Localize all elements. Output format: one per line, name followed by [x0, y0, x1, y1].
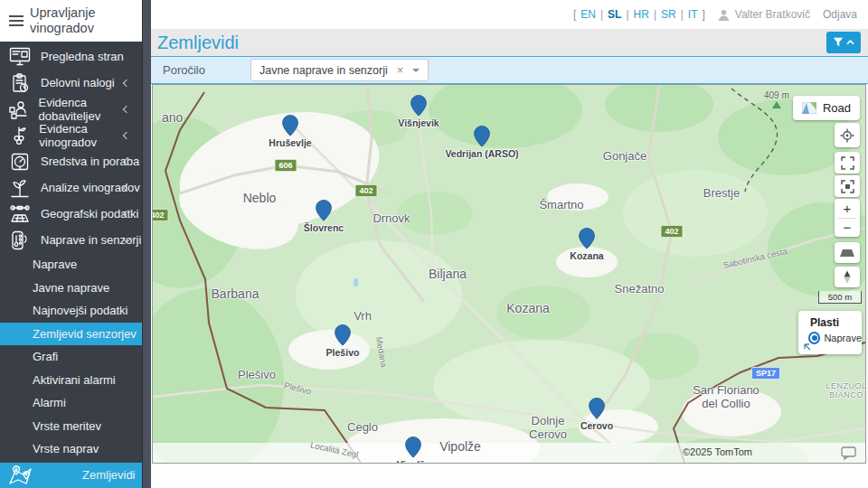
road-shield-402: 402: [354, 184, 377, 197]
place-label-vrh: Vrh: [354, 309, 372, 323]
topbar: [EN|SL|HR|SR|IT] Valter Bratkovič Odjava: [150, 0, 868, 29]
sidebar-item-alarmi[interactable]: Alarmi: [0, 391, 142, 415]
map-canvas[interactable]: 409 m Road: [152, 84, 866, 464]
sidebar-item-geografski-podatki[interactable]: Geografski podatki: [0, 201, 142, 227]
chevron-left-icon: [123, 79, 130, 86]
layer-option-naprave[interactable]: Naprave: [808, 332, 862, 344]
sidebar-item-label: Pregledna stran: [41, 50, 124, 63]
language-hr[interactable]: HR: [634, 8, 649, 21]
filter-toggle-button[interactable]: [826, 32, 861, 53]
place-label-biljana: Biljana: [429, 267, 467, 281]
collapse-arrow-icon[interactable]: [803, 343, 812, 352]
map-marker-cerovo[interactable]: Cerovo: [589, 398, 605, 423]
chevron-up-icon: [846, 39, 854, 46]
language-separator: |: [654, 8, 656, 21]
zoom-out-button[interactable]: −: [835, 219, 860, 238]
language-sl[interactable]: SL: [608, 8, 621, 21]
sidebar-item-zemljevid-senzorjev[interactable]: Zemljevid senzorjev: [0, 323, 142, 346]
sidebar-item-vrste-meritev[interactable]: Vrste meritev: [0, 415, 142, 438]
sidebar-item-sredstva-in-poraba[interactable]: Sredstva in poraba: [0, 148, 142, 174]
fit-bounds-button[interactable]: [835, 175, 860, 197]
filter-bar: Poročilo Javne naprave in senzorji ×: [150, 56, 868, 84]
suppliers-icon: [7, 99, 31, 120]
compass-button[interactable]: [835, 267, 860, 287]
map-marker-hrusevlje[interactable]: Hruševlje: [282, 115, 298, 140]
3d-buildings-button[interactable]: [835, 242, 860, 263]
place-label-kozana: Kozana: [506, 301, 549, 315]
sidebar-item-label: Javne naprave: [33, 281, 109, 295]
user-name: Valter Bratkovič: [735, 8, 810, 21]
sidebar-item-label: Aktivirani alarmi: [33, 373, 116, 387]
map-marker-vedrijan-arso[interactable]: Vedrijan (ARSO): [474, 126, 490, 151]
pin-icon: [405, 436, 421, 458]
3d-buildings-icon: [840, 249, 854, 257]
geo-icon: [7, 203, 33, 225]
dropdown-caret-icon[interactable]: [412, 69, 420, 72]
marker-label: Vedrijan (ARSO): [445, 148, 518, 159]
hamburger-menu-icon[interactable]: [9, 13, 24, 29]
sidebar-item-label: Zemljevid senzorjev: [33, 327, 137, 341]
sidebar-item-zemljevidi[interactable]: Zemljevidi: [0, 463, 142, 488]
resources-icon: [7, 151, 33, 173]
pin-icon: [282, 115, 298, 136]
sidebar-item-analize-vinogradov[interactable]: Analize vinogradov: [0, 174, 142, 201]
place-label-gonjace: Gonjače: [603, 149, 646, 163]
map-marker-plesivo[interactable]: Plešivo: [335, 324, 351, 350]
user-info[interactable]: Valter Bratkovič: [718, 8, 810, 21]
logout-link[interactable]: Odjava: [823, 8, 857, 21]
pin-icon: [410, 95, 427, 117]
place-label-plesivo: Plešivo: [238, 368, 276, 381]
sidebar-item-evidenca-vinogradov[interactable]: Evidenca vinogradov: [0, 122, 142, 148]
analysis-icon: [7, 177, 33, 199]
layers-panel-title: Plasti: [810, 316, 862, 329]
feedback-bubble-icon[interactable]: [841, 446, 856, 460]
place-label-vipolze: Vipolže: [439, 439, 481, 454]
sidebar-item-javne-naprave[interactable]: Javne naprave: [0, 277, 142, 300]
language-bracket-close: ]: [702, 8, 704, 21]
sidebar-item-pregledna-stran[interactable]: Pregledna stran: [0, 43, 142, 70]
fullscreen-button[interactable]: [835, 152, 860, 174]
vineyards-icon: [7, 125, 31, 146]
title-bar: Zemljevidi: [150, 29, 868, 56]
language-separator: |: [626, 8, 628, 21]
sidebar-item-evidenca-dobaviteljev[interactable]: Evidenca dobaviteljev: [0, 96, 142, 122]
page-title: Zemljevidi: [157, 33, 239, 53]
sidebar-item-vrste-naprav[interactable]: Vrste naprav: [0, 437, 142, 461]
sidebar-item-label: Zemljevidi: [82, 468, 136, 482]
pin-icon: [335, 324, 351, 346]
marker-label: Plešivo: [326, 347, 360, 358]
sidebar-item-label: Delovni nalogi: [41, 76, 115, 89]
marker-label: Šlovrenc: [304, 222, 344, 233]
map-marker-kozana[interactable]: Kozana: [579, 228, 595, 253]
language-it[interactable]: IT: [688, 8, 698, 21]
place-label-smartno: Šmartno: [539, 198, 583, 211]
map-style-button[interactable]: Road: [793, 96, 860, 120]
clear-selection-icon[interactable]: ×: [397, 64, 404, 76]
sidebar-item-naprave[interactable]: Naprave: [0, 253, 142, 277]
place-label-snezatno: Snežatno: [615, 282, 665, 296]
pin-icon: [579, 228, 595, 249]
maps-icon: [6, 464, 35, 487]
sidebar-item-label: Vrste naprav: [33, 442, 99, 455]
sidebar-item-grafi[interactable]: Grafi: [0, 345, 142, 369]
map-marker-slovrenc[interactable]: Šlovrenc: [316, 200, 332, 225]
sidebar-divider: [142, 0, 151, 488]
sidebar-item-naprave-in-senzorji[interactable]: Naprave in senzorji: [0, 227, 142, 253]
sidebar-item-najnovejsi-podatki[interactable]: Najnovejši podatki: [0, 299, 142, 323]
language-en[interactable]: EN: [580, 8, 596, 21]
sidebar-item-delovni-nalogi[interactable]: Delovni nalogi: [0, 70, 142, 96]
road-shield-sp17: SP17: [751, 367, 780, 380]
sidebar-item-aktivirani-alarmi[interactable]: Aktivirani alarmi: [0, 369, 142, 392]
map-marker-visnjevik[interactable]: Višnjevik: [410, 95, 427, 120]
sidebar-item-label: Grafi: [33, 350, 58, 363]
map-marker-vipolze[interactable]: Vipolže: [405, 436, 421, 462]
marker-label: Hruševlje: [269, 137, 311, 148]
layer-option-label: Naprave: [824, 333, 862, 343]
zoom-in-button[interactable]: +: [835, 199, 860, 218]
report-dropdown-value: Javne naprave in senzorji: [259, 64, 388, 77]
report-dropdown[interactable]: Javne naprave in senzorji ×: [250, 59, 429, 81]
geolocate-button[interactable]: [835, 123, 860, 147]
language-sr[interactable]: SR: [661, 8, 676, 21]
sidebar: Upravljanje vinogradov Pregledna stranDe…: [0, 0, 142, 488]
pin-icon: [589, 398, 605, 419]
